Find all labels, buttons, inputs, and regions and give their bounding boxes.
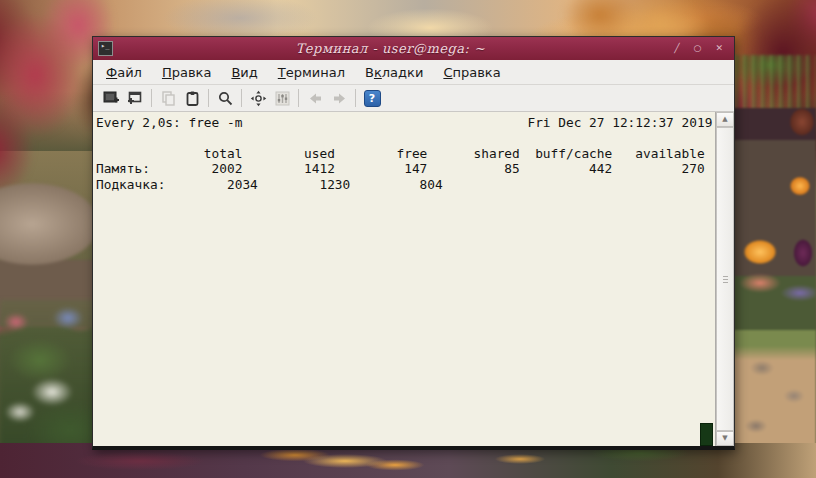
menubar: Файл Правка Вид Терминал Вкладки Справка bbox=[93, 60, 734, 85]
open-terminal-icon[interactable] bbox=[99, 87, 123, 109]
terminal-line-swap: Подкачка: 2034 1230 804 bbox=[96, 177, 715, 192]
menu-file[interactable]: Файл bbox=[97, 62, 151, 83]
menu-terminal-post: ерминал bbox=[286, 65, 345, 80]
scroll-down-icon[interactable]: ▼ bbox=[716, 431, 734, 446]
minimize-button[interactable]: ╱ bbox=[674, 37, 679, 60]
menu-tabs-pre: В bbox=[365, 65, 374, 80]
wallpaper-garden-left bbox=[0, 300, 104, 450]
terminal-cursor bbox=[700, 423, 713, 446]
open-tab-icon[interactable] bbox=[123, 87, 147, 109]
terminal-line-memory: Память: 2002 1412 147 85 442 270 bbox=[96, 161, 715, 176]
help-icon[interactable]: ? bbox=[360, 87, 384, 109]
maximize-button[interactable]: ○ bbox=[694, 37, 702, 60]
scrollbar-thumb[interactable] bbox=[716, 127, 734, 431]
scroll-up-icon[interactable]: ▲ bbox=[716, 112, 734, 127]
close-button[interactable]: ✕ bbox=[715, 37, 723, 60]
menu-tabs[interactable]: Вкладки bbox=[356, 62, 432, 83]
menu-tabs-post: ладки bbox=[382, 65, 424, 80]
wallpaper-willow-vines bbox=[730, 55, 816, 215]
paste-icon[interactable] bbox=[180, 87, 204, 109]
terminal-line-blank bbox=[96, 130, 715, 145]
menu-help-post: правка bbox=[452, 65, 500, 80]
menu-view-post: ид bbox=[240, 65, 257, 80]
menu-view[interactable]: Вид bbox=[222, 62, 266, 83]
menu-edit-key: П bbox=[162, 65, 172, 80]
wallpaper-cottage-right bbox=[730, 108, 816, 333]
desktop: ▸_ Терминал - user@mega: ~ ╱ ○ ✕ Файл Пр… bbox=[0, 0, 816, 478]
forward-icon bbox=[327, 87, 351, 109]
terminal-line-headers: total used free shared buff/cache availa… bbox=[96, 146, 715, 161]
menu-edit[interactable]: Правка bbox=[153, 62, 220, 83]
back-icon bbox=[303, 87, 327, 109]
wallpaper-cottage-left bbox=[0, 182, 105, 377]
toolbar-separator bbox=[208, 89, 209, 107]
wallpaper-stone-path bbox=[728, 330, 816, 478]
menu-help[interactable]: Справка bbox=[434, 62, 509, 83]
terminal-line-watch: Every 2,0s: free -m Fri Dec 27 12:12:37 … bbox=[96, 115, 715, 130]
menu-tabs-key: к bbox=[374, 65, 382, 80]
toolbar-separator bbox=[298, 89, 299, 107]
menu-view-key: В bbox=[231, 65, 240, 80]
terminal-app-icon: ▸_ bbox=[98, 41, 113, 56]
search-icon[interactable] bbox=[213, 87, 237, 109]
window-title: Терминал - user@mega: ~ bbox=[113, 41, 668, 56]
scrollbar-grip bbox=[723, 276, 728, 283]
titlebar[interactable]: ▸_ Терминал - user@mega: ~ ╱ ○ ✕ bbox=[93, 37, 734, 60]
menu-file-post: айл bbox=[117, 65, 142, 80]
toolbar: ? bbox=[93, 85, 734, 112]
scrollbar[interactable]: ▲ ▼ bbox=[715, 112, 734, 446]
terminal-content-area[interactable]: Every 2,0s: free -m Fri Dec 27 12:12:37 … bbox=[93, 112, 734, 446]
toolbar-separator bbox=[151, 89, 152, 107]
terminal-window: ▸_ Терминал - user@mega: ~ ╱ ○ ✕ Файл Пр… bbox=[92, 36, 735, 450]
terminal-output[interactable]: Every 2,0s: free -m Fri Dec 27 12:12:37 … bbox=[93, 112, 715, 446]
menu-file-key: Ф bbox=[106, 65, 117, 80]
copy-icon bbox=[156, 87, 180, 109]
window-controls: ╱ ○ ✕ bbox=[668, 37, 729, 60]
menu-terminal[interactable]: Терминал bbox=[269, 62, 354, 83]
help-glyph: ? bbox=[364, 90, 381, 107]
toolbar-separator bbox=[241, 89, 242, 107]
fullscreen-icon[interactable] bbox=[246, 87, 270, 109]
menu-terminal-key: Т bbox=[278, 65, 286, 80]
toolbar-separator bbox=[355, 89, 356, 107]
menu-edit-post: равка bbox=[172, 65, 212, 80]
preferences-icon bbox=[270, 87, 294, 109]
